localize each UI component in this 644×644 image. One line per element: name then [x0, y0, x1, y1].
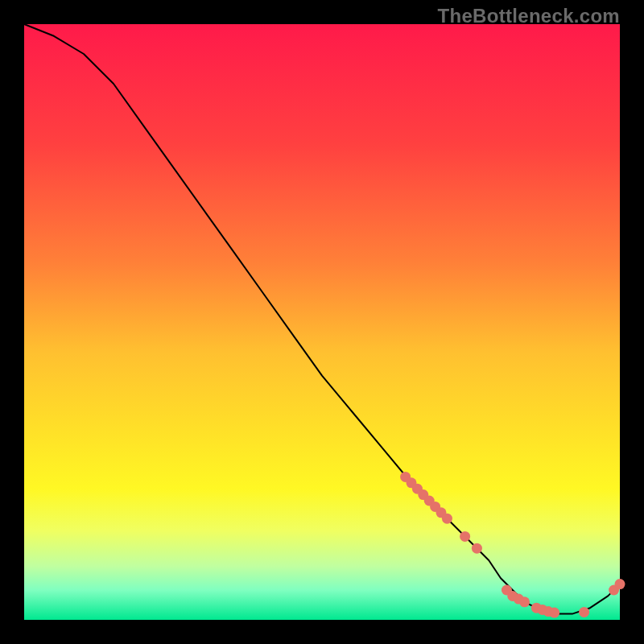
bottleneck-curve [24, 24, 620, 614]
marker-group [400, 472, 625, 618]
data-point [442, 514, 452, 524]
data-point [519, 597, 530, 607]
chart-overlay [24, 24, 620, 620]
data-point [615, 579, 625, 589]
data-point [549, 608, 559, 618]
data-point [460, 531, 470, 542]
data-point [472, 543, 482, 554]
data-point [579, 607, 589, 617]
